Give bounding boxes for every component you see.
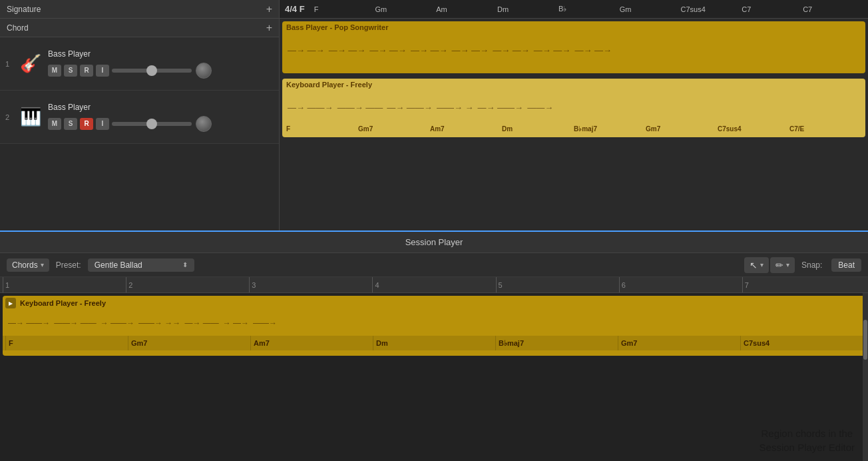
pencil-tool-button[interactable]: ✏ ▾ xyxy=(770,257,795,273)
session-player-header: Session Player xyxy=(0,232,868,253)
annotation-line1: Region chords in the xyxy=(760,426,855,440)
snap-label: Snap: xyxy=(801,260,822,270)
pointer-chevron-icon: ▾ xyxy=(760,261,763,268)
track-name-2: Bass Player xyxy=(48,103,274,112)
arrow: ——→ xyxy=(527,103,553,113)
keyboard-region-content: —→ ——→ ——→ —— —→ ——→ ——→ → —→ ——→ ——→ xyxy=(282,91,865,124)
arrow: ——→ —— xyxy=(337,103,383,113)
chord-dm: Dm xyxy=(496,5,557,13)
keyboard-player-region[interactable]: Keyboard Player - Freely —→ ——→ ——→ —— —… xyxy=(282,79,865,137)
tool-group: ↖ ▾ ✏ ▾ xyxy=(744,257,795,273)
e-arrow: —→ ——→ xyxy=(8,318,50,328)
arrow: —→ —→ xyxy=(574,45,612,55)
kb-chord-gm7: Gm7 xyxy=(358,125,430,133)
annotation-text: Region chords in the Session Player Edit… xyxy=(760,426,855,454)
e-arrow: ——→ xyxy=(253,318,277,328)
e-arrow: → ——→ xyxy=(101,318,134,328)
arrow: —→ —→ xyxy=(493,45,530,55)
chords-label: Chords xyxy=(12,260,38,270)
editor-toolbar: Chords ▾ Preset: Gentle Ballad ⬍ ↖ ▾ ✏ ▾… xyxy=(0,253,868,277)
editor-ruler: 1 2 3 4 5 6 7 xyxy=(0,277,868,293)
track-row-1: 1 🎸 Bass Player M S R I xyxy=(0,37,279,91)
editor-chord-c7sus4: C7sus4 xyxy=(740,336,863,350)
fader-container-1 xyxy=(112,63,212,79)
preset-value: Gentle Ballad xyxy=(95,260,180,270)
track-name-1: Bass Player xyxy=(48,49,274,59)
scrollbar-thumb xyxy=(863,320,867,360)
pointer-tool-button[interactable]: ↖ ▾ xyxy=(744,257,769,273)
arrow: —→ —→ xyxy=(288,45,325,55)
pencil-chevron-icon: ▾ xyxy=(786,261,789,268)
bass-region-content: —→ —→ —→ —→ —→ —→ —→ —→ —→ —→ —→ —→ —→ —… xyxy=(282,33,865,67)
chord-c7sus4: C7sus4 xyxy=(680,5,741,13)
bass-region-title: Bass Player - Pop Songwriter xyxy=(282,21,865,33)
arrow: —→ —→ xyxy=(452,45,489,55)
record-button-2[interactable]: R xyxy=(80,118,93,130)
ruler-3: 3 xyxy=(249,277,372,292)
ruler-5: 5 xyxy=(496,277,619,292)
mute-button-1[interactable]: M xyxy=(48,65,61,77)
track-number-1: 1 xyxy=(5,60,13,68)
ruler-2: 2 xyxy=(126,277,249,292)
play-icon[interactable]: ▶ xyxy=(5,298,16,308)
kb-chord-bbmaj7: B♭maj7 xyxy=(574,125,646,133)
solo-button-2[interactable]: S xyxy=(64,118,77,130)
track-row-2: 2 🎹 Bass Player M S R I xyxy=(0,91,279,144)
pan-knob-2[interactable] xyxy=(196,116,212,132)
timeline-tracks: Bass Player - Pop Songwriter —→ —→ —→ —→… xyxy=(280,19,868,230)
kb-chord-f: F xyxy=(286,125,358,133)
editor-region-name: Keyboard Player - Freely xyxy=(20,299,106,307)
arrow: —→ —→ xyxy=(534,45,571,55)
arrow: ——→ → xyxy=(437,103,474,113)
arrow: —→ —→ xyxy=(329,45,366,55)
solo-button-1[interactable]: S xyxy=(64,65,77,77)
editor-region[interactable]: ▶ Keyboard Player - Freely —→ ——→ ——→ ——… xyxy=(3,296,865,356)
keyboard-arrows: —→ ——→ ——→ —— —→ ——→ ——→ → —→ ——→ ——→ xyxy=(285,91,556,124)
preset-dropdown[interactable]: Gentle Ballad ⬍ xyxy=(88,258,194,272)
chords-chevron-icon: ▾ xyxy=(41,261,44,268)
ruler-1: 1 xyxy=(3,277,126,292)
editor-chord-gm7-2: Gm7 xyxy=(618,336,740,350)
chord-c7: C7 xyxy=(740,5,801,13)
input-button-2[interactable]: I xyxy=(96,118,109,130)
chord-header: Chord + xyxy=(0,19,279,37)
fader-container-2 xyxy=(112,116,212,132)
timeline-header: 4/4 F F Gm Am Dm B♭ Gm C7sus4 C7 C7 xyxy=(280,0,868,19)
bass-guitar-icon: 🎸 xyxy=(19,52,43,76)
kb-chord-dm: Dm xyxy=(502,125,574,133)
chords-dropdown[interactable]: Chords ▾ xyxy=(7,258,49,272)
kb-chord-am7: Am7 xyxy=(430,125,502,133)
bottom-section: Session Player Chords ▾ Preset: Gentle B… xyxy=(0,232,868,461)
arrow: —→ ——→ xyxy=(387,103,433,113)
pan-knob-1[interactable] xyxy=(196,63,212,79)
ruler-7: 7 xyxy=(742,277,865,292)
chord-gm2: Gm xyxy=(618,5,680,13)
e-arrow: ——→ →→ xyxy=(138,318,180,328)
chord-add-button[interactable]: + xyxy=(266,23,272,33)
track-number-2: 2 xyxy=(5,113,13,121)
volume-fader-2[interactable] xyxy=(112,122,192,126)
editor-chord-am7: Am7 xyxy=(250,336,373,350)
track-info-1: Bass Player M S R I xyxy=(48,49,274,79)
volume-fader-1[interactable] xyxy=(112,69,192,73)
vertical-scrollbar[interactable] xyxy=(863,293,868,461)
time-signature: 4/4 F xyxy=(285,4,305,14)
e-arrow: ——→ —— xyxy=(54,318,96,328)
pencil-icon: ✏ xyxy=(775,260,783,270)
input-button-1[interactable]: I xyxy=(96,65,109,77)
top-section: Signature + Chord + 1 🎸 Bass Player M S … xyxy=(0,0,868,232)
bass-arrows: —→ —→ —→ —→ —→ —→ —→ —→ —→ —→ —→ —→ —→ —… xyxy=(285,33,614,67)
mute-button-2[interactable]: M xyxy=(48,118,61,130)
arrow: —→ —→ xyxy=(369,45,407,55)
kb-chord-gm7-2: Gm7 xyxy=(646,125,718,133)
signature-add-button[interactable]: + xyxy=(266,4,272,15)
editor-arrows: —→ ——→ ——→ —— → ——→ ——→ →→ —→ —— → —→ ——… xyxy=(5,312,863,334)
record-button-1[interactable]: R xyxy=(80,65,93,77)
chord-c7-2: C7 xyxy=(801,5,863,13)
bass-player-region[interactable]: Bass Player - Pop Songwriter —→ —→ —→ —→… xyxy=(282,21,865,73)
editor-midi-row: —→ ——→ ——→ —— → ——→ ——→ →→ —→ —— → —→ ——… xyxy=(3,310,865,336)
arrow: —→ ——→ xyxy=(478,103,524,113)
preset-label: Preset: xyxy=(56,260,81,270)
signature-header: Signature + xyxy=(0,0,279,19)
preset-arrows-icon: ⬍ xyxy=(182,261,188,268)
